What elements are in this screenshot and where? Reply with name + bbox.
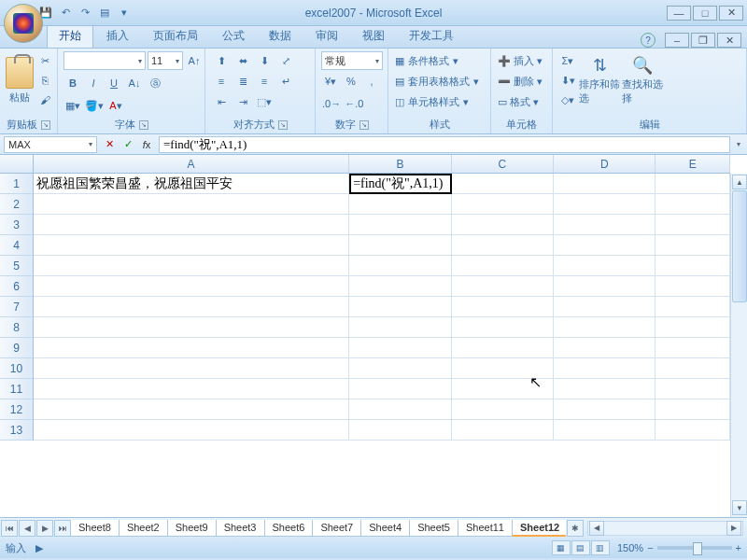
doc-minimize-button[interactable]: – [665,33,689,48]
italic-button[interactable]: I [84,74,103,92]
qat-customize-icon[interactable]: ▾ [116,5,133,21]
cell-A3[interactable] [34,215,349,235]
cell-D8[interactable] [554,317,655,338]
last-sheet-icon[interactable]: ⏭ [54,520,71,537]
clear-icon[interactable]: ◇▾ [558,91,577,109]
cell-E1[interactable] [655,174,730,194]
cut-icon[interactable]: ✂ [35,51,54,70]
font-name-combo[interactable]: ▾ [63,51,146,70]
fill-color-icon[interactable]: 🪣▾ [84,96,105,115]
scroll-up-icon[interactable]: ▲ [732,175,747,189]
cell-C12[interactable] [452,399,554,420]
cell-C4[interactable] [452,235,554,256]
tab-home[interactable]: 开始 [47,23,93,48]
cell-A1[interactable]: 祝愿祖国繁荣昌盛，祝愿祖国平安 [34,174,349,194]
cell-D3[interactable] [554,215,655,235]
row-header-11[interactable]: 11 [0,379,33,399]
enter-formula-icon[interactable]: ✓ [120,136,136,153]
cell-A6[interactable] [34,276,349,297]
cell-E3[interactable] [655,215,730,235]
percent-icon[interactable]: % [342,72,360,91]
expand-formula-bar-icon[interactable]: ▾ [730,140,747,148]
cell-A10[interactable] [34,358,349,379]
row-header-2[interactable]: 2 [0,194,33,215]
insert-cells-button[interactable]: ➕插入▾ [497,51,551,70]
comma-icon[interactable]: , [362,72,381,91]
sheet-tab-Sheet8[interactable]: Sheet8 [71,520,120,537]
cell-C13[interactable] [452,420,554,441]
tab-insert[interactable]: 插入 [95,24,140,48]
font-color-icon[interactable]: A▾ [106,96,125,115]
row-header-9[interactable]: 9 [0,338,33,358]
zoom-in-icon[interactable]: + [736,542,741,553]
alignment-dialog-icon[interactable]: ↘ [278,120,288,130]
sheet-tab-Sheet12[interactable]: Sheet12 [512,520,566,537]
cell-D5[interactable] [554,256,655,276]
cell-D7[interactable] [554,297,655,317]
orientation-icon[interactable]: ⤢ [275,51,296,70]
undo-icon[interactable]: ↶ [57,5,74,21]
format-cells-button[interactable]: ▭格式▾ [497,92,551,111]
cell-B11[interactable] [349,379,451,399]
row-header-13[interactable]: 13 [0,420,33,441]
autosum-icon[interactable]: Σ▾ [558,51,577,70]
cell-A12[interactable] [34,399,349,420]
align-top-icon[interactable]: ⬆ [211,51,232,70]
cell-D2[interactable] [554,194,655,215]
redo-icon[interactable]: ↷ [77,5,93,21]
cell-B8[interactable] [349,317,451,338]
decrease-decimal-icon[interactable]: ←.0 [344,94,364,113]
tab-view[interactable]: 视图 [351,24,396,48]
cell-B9[interactable] [349,338,451,358]
grow-font-icon[interactable]: A↑ [185,51,204,70]
scroll-down-icon[interactable]: ▼ [732,500,747,515]
fill-icon[interactable]: ⬇▾ [558,71,577,90]
number-dialog-icon[interactable]: ↘ [359,120,369,130]
tab-formulas[interactable]: 公式 [211,24,256,48]
align-center-icon[interactable]: ≣ [233,72,253,91]
cell-A4[interactable] [34,235,349,256]
cell-styles-button[interactable]: ◫ 单元格样式 ▾ [394,92,487,111]
cell-B2[interactable] [349,194,451,215]
cell-C11[interactable] [452,379,554,399]
copy-icon[interactable]: ⎘ [35,71,54,90]
cell-E13[interactable] [655,420,730,441]
doc-restore-button[interactable]: ❐ [691,33,715,48]
cell-C1[interactable] [452,174,554,194]
row-header-12[interactable]: 12 [0,399,33,420]
cell-E4[interactable] [655,235,730,256]
column-header-B[interactable]: B [349,155,451,173]
tab-developer[interactable]: 开发工具 [398,24,465,48]
doc-close-button[interactable]: ✕ [717,33,741,48]
cell-A8[interactable] [34,317,349,338]
sheet-tab-Sheet5[interactable]: Sheet5 [409,520,458,537]
row-header-8[interactable]: 8 [0,317,33,338]
cell-A9[interactable] [34,338,349,358]
cell-D9[interactable] [554,338,655,358]
format-table-button[interactable]: ▤ 套用表格格式 ▾ [394,72,487,91]
new-icon[interactable]: ▤ [96,5,113,21]
number-format-combo[interactable]: 常规▾ [321,51,383,70]
cell-B13[interactable] [349,420,451,441]
row-header-4[interactable]: 4 [0,235,33,256]
cell-D4[interactable] [554,235,655,256]
first-sheet-icon[interactable]: ⏮ [1,520,18,537]
cell-D6[interactable] [554,276,655,297]
minimize-button[interactable]: — [667,6,691,21]
horizontal-scrollbar[interactable]: ◀ ▶ [587,521,743,536]
cell-B3[interactable] [349,215,451,235]
row-header-3[interactable]: 3 [0,215,33,235]
align-bottom-icon[interactable]: ⬇ [254,51,275,70]
cell-C8[interactable] [452,317,554,338]
cells-area[interactable]: 祝愿祖国繁荣昌盛，祝愿祖国平安=find("祝",A1,1) [34,174,730,517]
scroll-left-icon[interactable]: ◀ [589,521,604,536]
cancel-formula-icon[interactable]: ✕ [101,136,118,153]
align-left-icon[interactable]: ≡ [211,72,232,91]
tab-review[interactable]: 审阅 [304,24,349,48]
phonetic-icon[interactable]: ⓐ [146,74,164,92]
cell-A13[interactable] [34,420,349,441]
cell-B5[interactable] [349,256,451,276]
cell-E9[interactable] [655,338,730,358]
cell-E2[interactable] [655,194,730,215]
cell-D13[interactable] [554,420,655,441]
